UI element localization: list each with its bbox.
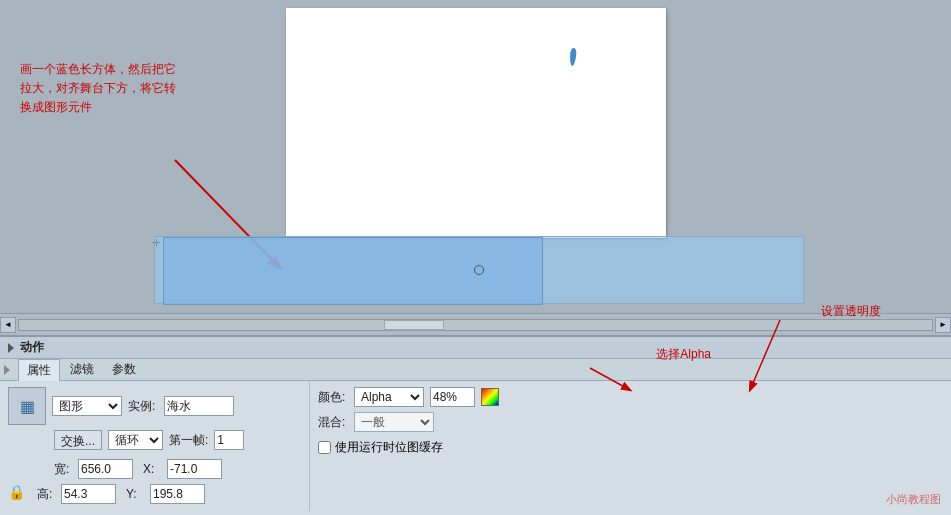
height-input[interactable] [61,484,116,504]
tab-properties[interactable]: 属性 [18,359,60,381]
scrollbar-area: ◄ ► [0,313,951,335]
tabs-collapse-icon[interactable] [4,365,10,375]
stage-annotation: 画一个蓝色长方体，然后把它拉大，对齐舞台下方，将它转换成图形元件 [20,60,180,118]
tab-params[interactable]: 参数 [104,359,144,380]
blend-row: 混合: 一般 [318,412,943,432]
height-row: 高: [37,484,116,504]
height-label: 高: [37,486,57,503]
swap-button[interactable]: 交换... [54,430,102,450]
first-frame-label: 第一帧: [169,432,208,449]
dims-section2: 🔒 高: Y: [8,484,301,504]
props-main: ▦ 图形 实例: 交换... 循环 第一帧: [0,381,951,511]
tabs-bar: 属性 滤镜 参数 [0,359,951,381]
x-label: X: [143,462,163,476]
width-row: 宽: [54,459,133,479]
color-swatch[interactable] [481,388,499,406]
watermark: 小尚教程图 [886,492,941,507]
blue-rect-outer[interactable] [154,236,804,304]
white-canvas [286,8,666,238]
width-input[interactable] [78,459,133,479]
blue-rect-inner [163,237,543,305]
x-input[interactable] [167,459,222,479]
type-select[interactable]: 图形 [52,396,122,416]
raindrop-shape [569,47,577,65]
percent-input[interactable] [430,387,475,407]
y-row: Y: [126,484,205,504]
scroll-thumb[interactable] [384,320,444,330]
blend-label: 混合: [318,414,348,431]
action-bar: 动作 [0,337,951,359]
checkbox-row: 使用运行时位图缓存 [318,439,943,456]
dims-section: 宽: X: [54,459,301,479]
color-label: 颜色: [318,389,348,406]
instance-label: 实例: [128,398,158,415]
first-frame-input[interactable] [214,430,244,450]
bitmap-cache-label: 使用运行时位图缓存 [335,439,443,456]
graphic-icon: ▦ [20,397,35,416]
tab-filters[interactable]: 滤镜 [62,359,102,380]
type-row: ▦ 图形 实例: [8,387,301,425]
panel-collapse-icon[interactable] [8,343,14,353]
bottom-panel: 动作 属性 滤镜 参数 ▦ 图形 实例: [0,335,951,515]
bitmap-cache-checkbox[interactable] [318,441,331,454]
loop-select[interactable]: 循环 [108,430,163,450]
stage-area: + 画一个蓝色长方体，然后把它拉大，对齐舞台下方，将它转换成图形元件 [0,0,951,335]
x-row: X: [143,459,222,479]
width-label: 宽: [54,461,74,478]
actions-row: 交换... 循环 第一帧: [54,430,301,450]
color-select[interactable]: Alpha [354,387,424,407]
center-circle [474,265,484,275]
y-input[interactable] [150,484,205,504]
type-icon-box: ▦ [8,387,46,425]
color-row: 颜色: Alpha [318,387,943,407]
y-label: Y: [126,487,146,501]
horizontal-scrollbar[interactable] [18,319,933,331]
blend-select[interactable]: 一般 [354,412,434,432]
right-props: 颜色: Alpha 混合: 一般 使用运行时位图缓存 [310,381,951,511]
left-props: ▦ 图形 实例: 交换... 循环 第一帧: [0,381,310,511]
lock-icon: 🔒 [8,484,25,504]
blue-rect-container: + [146,236,806,306]
scroll-left-button[interactable]: ◄ [0,317,16,333]
scroll-right-button[interactable]: ► [935,317,951,333]
panel-title: 动作 [20,339,44,356]
canvas-container: + [146,8,806,328]
instance-input[interactable] [164,396,234,416]
